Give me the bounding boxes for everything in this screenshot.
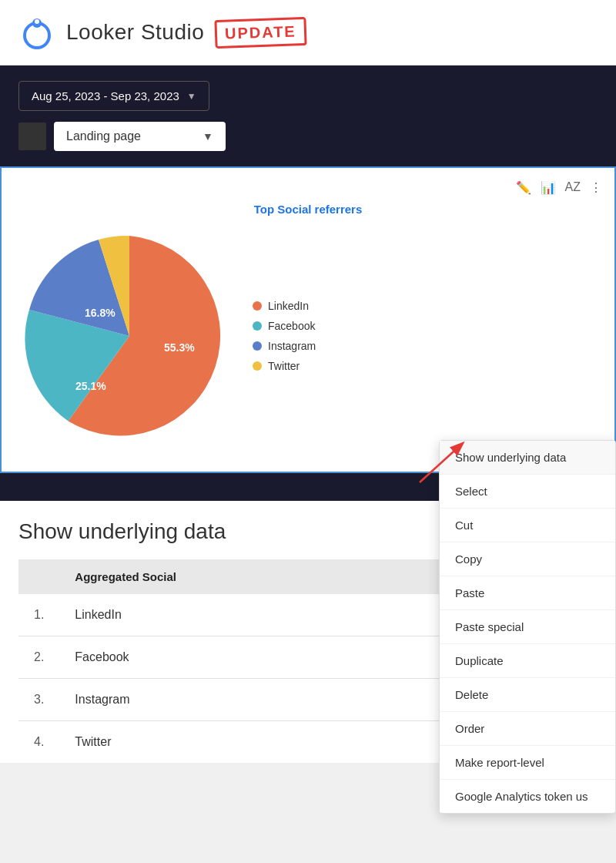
chart-body: 55.3% 25.1% 16.8% LinkedIn Facebook Inst… [14, 228, 602, 459]
context-menu-item-cut[interactable]: Cut [440, 509, 615, 542]
app-title: Looker Studio [66, 20, 204, 45]
legend-label-instagram: Instagram [268, 340, 316, 352]
legend-label-facebook: Facebook [268, 320, 315, 332]
table-col-social: Aggregated Social [59, 559, 392, 594]
legend-label-twitter: Twitter [268, 360, 300, 372]
page-label: Landing page [66, 129, 141, 143]
edit-icon[interactable]: ✏️ [516, 180, 531, 195]
context-menu-item-order[interactable]: Order [440, 712, 615, 746]
more-options-icon[interactable]: ⋮ [590, 180, 602, 195]
table-cell-name: Facebook [59, 636, 392, 679]
page-dropdown-arrow: ▼ [203, 130, 213, 143]
context-menu-item-report-level[interactable]: Make report-level [440, 746, 615, 780]
context-menu-item-delete[interactable]: Delete [440, 678, 615, 712]
table-cell-num: 3. [18, 679, 59, 721]
text-icon[interactable]: AZ [565, 180, 581, 195]
pie-label-linkedin: 55.3% [164, 341, 195, 354]
table-col-num [18, 559, 59, 594]
date-dropdown-arrow: ▼ [187, 91, 196, 102]
context-menu-item-copy[interactable]: Copy [440, 542, 615, 576]
update-badge: UPDATE [215, 16, 307, 48]
chart-type-icon[interactable]: 📊 [541, 180, 556, 195]
context-menu-item-ga-token[interactable]: Google Analytics token us [440, 780, 615, 813]
legend-dot-twitter [253, 361, 262, 371]
context-menu-item-duplicate[interactable]: Duplicate [440, 644, 615, 678]
legend-label-linkedin: LinkedIn [268, 300, 309, 312]
table-cell-name: Twitter [59, 721, 392, 764]
context-menu-item-select[interactable]: Select [440, 475, 615, 509]
dark-square-icon [18, 123, 46, 150]
context-menu-item-paste-special[interactable]: Paste special [440, 610, 615, 644]
chart-container: ✏️ 📊 AZ ⋮ Top Social referrers 55.3% [0, 166, 616, 473]
dark-toolbar: Aug 25, 2023 - Sep 23, 2023 ▼ Landing pa… [0, 65, 616, 166]
table-cell-num: 1. [18, 594, 59, 636]
page-selector-row: Landing page ▼ [18, 122, 598, 151]
table-cell-name: Instagram [59, 679, 392, 721]
date-range-selector[interactable]: Aug 25, 2023 - Sep 23, 2023 ▼ [18, 81, 209, 111]
table-cell-name: LinkedIn [59, 594, 392, 636]
legend-dot-facebook [253, 321, 262, 331]
table-cell-num: 2. [18, 636, 59, 679]
legend-item-facebook: Facebook [253, 320, 316, 332]
context-menu-item-show-underlying[interactable]: Show underlying data [440, 441, 615, 475]
svg-point-2 [35, 19, 39, 24]
chart-toolbar: ✏️ 📊 AZ ⋮ [14, 180, 602, 195]
legend-item-twitter: Twitter [253, 360, 316, 372]
pie-label-facebook: 25.1% [75, 380, 106, 392]
pie-chart: 55.3% 25.1% 16.8% [22, 228, 237, 444]
app-header: Looker Studio UPDATE [0, 0, 616, 65]
pie-label-instagram: 16.8% [85, 307, 116, 319]
legend-item-instagram: Instagram [253, 340, 316, 352]
context-menu-item-paste[interactable]: Paste [440, 576, 615, 610]
date-range-text: Aug 25, 2023 - Sep 23, 2023 [32, 89, 179, 102]
chart-legend: LinkedIn Facebook Instagram Twitter [253, 300, 316, 372]
table-cell-num: 4. [18, 721, 59, 764]
legend-item-linkedin: LinkedIn [253, 300, 316, 312]
legend-dot-instagram [253, 341, 262, 351]
chart-title: Top Social referrers [14, 203, 602, 216]
looker-logo-icon [18, 14, 55, 51]
legend-dot-linkedin [253, 301, 262, 311]
context-menu: Show underlying data Select Cut Copy Pas… [439, 440, 616, 814]
page-dropdown[interactable]: Landing page ▼ [54, 122, 226, 151]
